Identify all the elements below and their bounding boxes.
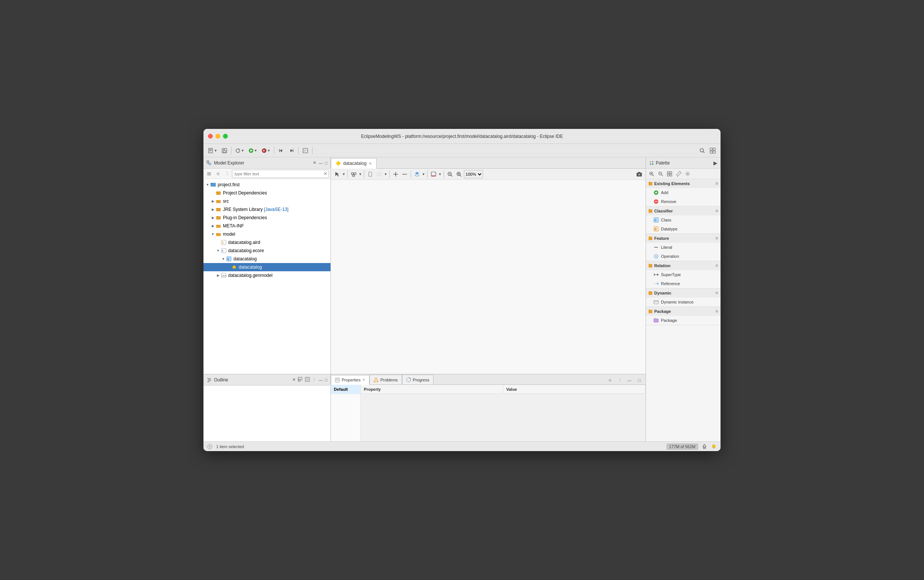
palette-item-dynamic-instance[interactable]: Dynamic instance xyxy=(646,298,721,306)
search-input[interactable] xyxy=(232,170,329,178)
debug-button[interactable]: ▼ xyxy=(260,146,272,155)
memory-indicator[interactable]: 177M of 562M xyxy=(667,443,698,450)
search-button[interactable] xyxy=(697,146,707,155)
tree-item-model[interactable]: ▼ model xyxy=(203,230,331,238)
close-button[interactable] xyxy=(208,134,213,138)
props-menu-button[interactable]: ⋮ xyxy=(616,376,624,384)
tree-item-datacatalog-inner[interactable]: ▼ E datacatalog xyxy=(203,255,331,263)
minimize-button[interactable] xyxy=(216,134,220,138)
editor-tool-snap[interactable] xyxy=(375,170,383,178)
search-clear-icon[interactable]: ✕ xyxy=(323,171,328,176)
palette-item-literal[interactable]: Literal xyxy=(646,243,721,252)
props-minimize-button[interactable]: — xyxy=(625,376,634,384)
editor-tool-zoom-out[interactable] xyxy=(446,170,454,178)
new-button[interactable]: ▼ xyxy=(206,146,219,155)
tree-item-datacatalog-ecore[interactable]: ▼ E datacatalog.ecore xyxy=(203,247,331,255)
me-minimize-icon[interactable]: — xyxy=(318,161,323,165)
palette-section-relation-header[interactable]: Relation ⚙ xyxy=(646,261,721,270)
tab-properties[interactable]: Properties ✕ xyxy=(331,375,369,385)
palette-item-supertype[interactable]: SuperType xyxy=(646,270,721,279)
tree-item-src[interactable]: ▶ src xyxy=(203,197,331,205)
palette-layout[interactable] xyxy=(665,170,674,178)
tab-progress[interactable]: Progress xyxy=(402,375,433,384)
editor-tool-pin[interactable] xyxy=(366,170,374,178)
editor-tool-camera[interactable] xyxy=(635,170,643,178)
toolbar-separator-3 xyxy=(298,147,299,154)
perspectives-button[interactable] xyxy=(708,146,718,155)
tree-item-datacatalog-aird[interactable]: ▶ A datacatalog.aird xyxy=(203,238,331,247)
palette-item-datatype[interactable]: D Datatype xyxy=(646,224,721,234)
tab-properties-close[interactable]: ✕ xyxy=(362,378,365,382)
palette-item-remove[interactable]: Remove xyxy=(646,197,721,206)
editor-tab-close[interactable]: ✕ xyxy=(369,161,372,166)
svg-rect-28 xyxy=(211,183,213,185)
palette-item-package[interactable]: Package xyxy=(646,316,721,325)
tree-item-datacatalog-selected[interactable]: ▶ datacatalog xyxy=(203,263,331,271)
palette-section-feature-header[interactable]: Feature ⚙ xyxy=(646,234,721,243)
section-dynamic-settings[interactable]: ⚙ xyxy=(715,291,718,295)
palette-zoom-out[interactable] xyxy=(657,170,665,178)
outline-close-icon[interactable]: ✕ xyxy=(292,377,296,382)
gc-button[interactable] xyxy=(700,443,708,451)
editor-tool-color[interactable] xyxy=(430,170,438,178)
props-sidebar-default[interactable]: Default xyxy=(331,385,361,394)
outline-maximize-icon[interactable]: □ xyxy=(325,378,328,382)
tree-item-project-deps[interactable]: ▶ Project Dependencies xyxy=(203,189,331,197)
open-type-button[interactable]: T xyxy=(300,146,310,155)
tree-item-meta-inf[interactable]: ▶ META-INF xyxy=(203,222,331,230)
section-existing-settings[interactable]: ⚙ xyxy=(715,182,718,185)
run-button[interactable]: ▼ xyxy=(247,146,259,155)
me-close-icon[interactable]: ✕ xyxy=(313,160,316,165)
section-relation-settings[interactable]: ⚙ xyxy=(715,264,718,267)
tree-item-plugin-deps[interactable]: ▶ Plug-in Dependencies xyxy=(203,214,331,222)
tree-item-jre[interactable]: ▶ JRE System Library [JavaSE-13] xyxy=(203,205,331,214)
palette-section-classifier-header[interactable]: Classifier ⚙ xyxy=(646,206,721,216)
editor-tool-collapse[interactable] xyxy=(400,170,409,178)
me-menu-button[interactable]: ⋮ xyxy=(223,170,231,178)
section-feature-settings[interactable]: ⚙ xyxy=(715,236,718,240)
palette-item-reference[interactable]: Reference xyxy=(646,279,721,288)
zoom-select[interactable]: 100% 75% 150% xyxy=(464,170,483,178)
palette-zoom-in[interactable] xyxy=(647,170,656,178)
label-datacatalog-aird: datacatalog.aird xyxy=(228,240,260,245)
props-link-button[interactable] xyxy=(606,376,614,384)
svg-rect-57 xyxy=(306,378,309,381)
palette-section-existing-header[interactable]: Existing Elements ⚙ xyxy=(646,179,721,188)
editor-canvas[interactable] xyxy=(331,180,646,374)
palette-settings-button[interactable] xyxy=(684,170,692,178)
refresh-button[interactable]: ▼ xyxy=(234,146,246,155)
toolbar-separator-4 xyxy=(312,147,313,154)
editor-tool-layer[interactable] xyxy=(413,170,421,178)
section-package-settings[interactable]: ⚙ xyxy=(715,310,718,313)
editor-tool-zoom-in[interactable] xyxy=(455,170,463,178)
palette-item-operation[interactable]: Operation xyxy=(646,252,721,261)
save-button[interactable] xyxy=(219,146,229,155)
palette-expand-button[interactable]: ▶ xyxy=(713,160,718,166)
outline-menu-icon[interactable]: ⋮ xyxy=(312,377,316,382)
tree-item-datacatalog-genmodel[interactable]: ▶ GEN datacatalog.genmodel xyxy=(203,271,331,280)
titlebar: EclipseModelingWS - platform:/resource/p… xyxy=(203,129,721,144)
editor-tool-expand[interactable] xyxy=(392,170,400,178)
maximize-button[interactable] xyxy=(223,134,228,138)
palette-section-package-header[interactable]: Package ⚙ xyxy=(646,307,721,316)
model-explorer-toolbar: ⋮ ✕ xyxy=(203,169,331,179)
me-maximize-icon[interactable]: □ xyxy=(325,161,328,165)
tab-problems[interactable]: ! Problems xyxy=(369,375,402,384)
editor-tool-arrange[interactable] xyxy=(349,170,358,178)
props-maximize-button[interactable]: □ xyxy=(635,376,643,384)
me-collapse-all-button[interactable] xyxy=(205,170,213,178)
editor-tab-datacatalog[interactable]: datacatalog ✕ xyxy=(331,158,377,169)
editor-tool-select[interactable] xyxy=(333,170,341,178)
me-link-button[interactable] xyxy=(214,170,222,178)
outline-toolbar-2[interactable] xyxy=(305,377,310,382)
navigate-forward-button[interactable] xyxy=(287,146,296,155)
navigate-back-button[interactable] xyxy=(276,146,286,155)
tree-item-project-first[interactable]: ▼ project.first xyxy=(203,181,331,189)
palette-item-add[interactable]: Add xyxy=(646,188,721,197)
palette-item-class[interactable]: C Class xyxy=(646,216,721,224)
outline-minimize-icon[interactable]: — xyxy=(318,378,323,382)
palette-edit[interactable] xyxy=(674,170,683,178)
section-classifier-settings[interactable]: ⚙ xyxy=(715,209,718,213)
outline-toolbar-1[interactable] xyxy=(298,377,303,382)
palette-section-dynamic-header[interactable]: Dynamic ⚙ xyxy=(646,288,721,298)
